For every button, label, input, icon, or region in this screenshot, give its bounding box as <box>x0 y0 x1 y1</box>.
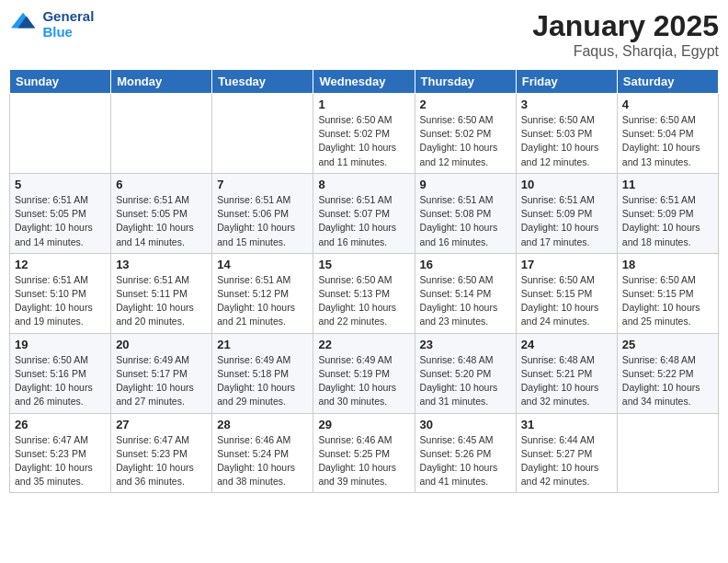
day-number: 27 <box>116 418 207 431</box>
col-friday: Friday <box>516 70 617 94</box>
day-number: 29 <box>318 418 409 431</box>
calendar-cell: 1Sunrise: 6:50 AMSunset: 5:02 PMDaylight… <box>313 94 415 174</box>
day-number: 17 <box>521 258 612 271</box>
day-number: 4 <box>622 98 713 111</box>
calendar-cell <box>10 94 111 174</box>
day-info: Sunrise: 6:49 AMSunset: 5:18 PMDaylight:… <box>217 353 308 409</box>
day-info: Sunrise: 6:45 AMSunset: 5:26 PMDaylight:… <box>420 433 511 489</box>
day-info: Sunrise: 6:46 AMSunset: 5:25 PMDaylight:… <box>318 433 409 489</box>
day-number: 13 <box>116 258 207 271</box>
calendar-cell: 27Sunrise: 6:47 AMSunset: 5:23 PMDayligh… <box>111 413 212 493</box>
day-info: Sunrise: 6:44 AMSunset: 5:27 PMDaylight:… <box>521 433 612 489</box>
calendar-cell <box>617 413 718 493</box>
day-info: Sunrise: 6:50 AMSunset: 5:02 PMDaylight:… <box>420 113 511 169</box>
calendar-cell: 4Sunrise: 6:50 AMSunset: 5:04 PMDaylight… <box>617 94 718 174</box>
day-number: 31 <box>521 418 612 431</box>
week-row-2: 5Sunrise: 6:51 AMSunset: 5:05 PMDaylight… <box>10 173 719 253</box>
calendar-cell: 20Sunrise: 6:49 AMSunset: 5:17 PMDayligh… <box>111 333 212 413</box>
calendar-cell: 23Sunrise: 6:48 AMSunset: 5:20 PMDayligh… <box>415 333 516 413</box>
day-number: 3 <box>521 98 612 111</box>
day-number: 18 <box>622 258 713 271</box>
day-info: Sunrise: 6:47 AMSunset: 5:23 PMDaylight:… <box>116 433 207 489</box>
col-sunday: Sunday <box>10 70 111 94</box>
day-info: Sunrise: 6:51 AMSunset: 5:09 PMDaylight:… <box>622 193 713 249</box>
day-info: Sunrise: 6:50 AMSunset: 5:16 PMDaylight:… <box>15 353 106 409</box>
calendar-cell: 30Sunrise: 6:45 AMSunset: 5:26 PMDayligh… <box>415 413 516 493</box>
day-info: Sunrise: 6:51 AMSunset: 5:11 PMDaylight:… <box>116 273 207 329</box>
calendar-cell: 18Sunrise: 6:50 AMSunset: 5:15 PMDayligh… <box>617 253 718 333</box>
week-row-3: 12Sunrise: 6:51 AMSunset: 5:10 PMDayligh… <box>10 253 719 333</box>
day-number: 30 <box>420 418 511 431</box>
day-number: 28 <box>217 418 308 431</box>
calendar-body: 1Sunrise: 6:50 AMSunset: 5:02 PMDaylight… <box>10 94 719 493</box>
page: General Blue January 2025 Faqus, Sharqia… <box>0 0 728 563</box>
col-thursday: Thursday <box>415 70 516 94</box>
day-number: 8 <box>318 178 409 191</box>
calendar-cell <box>212 94 313 174</box>
calendar-table: Sunday Monday Tuesday Wednesday Thursday… <box>9 69 719 493</box>
calendar-cell: 25Sunrise: 6:48 AMSunset: 5:22 PMDayligh… <box>617 333 718 413</box>
day-info: Sunrise: 6:48 AMSunset: 5:20 PMDaylight:… <box>420 353 511 409</box>
calendar-subtitle: Faqus, Sharqia, Egypt <box>532 43 719 60</box>
calendar-cell: 11Sunrise: 6:51 AMSunset: 5:09 PMDayligh… <box>617 173 718 253</box>
day-number: 1 <box>318 98 409 111</box>
calendar-cell: 10Sunrise: 6:51 AMSunset: 5:09 PMDayligh… <box>516 173 617 253</box>
day-number: 21 <box>217 338 308 351</box>
calendar-cell: 22Sunrise: 6:49 AMSunset: 5:19 PMDayligh… <box>313 333 415 413</box>
calendar-cell: 2Sunrise: 6:50 AMSunset: 5:02 PMDaylight… <box>415 94 516 174</box>
col-wednesday: Wednesday <box>313 70 415 94</box>
day-info: Sunrise: 6:46 AMSunset: 5:24 PMDaylight:… <box>217 433 308 489</box>
day-info: Sunrise: 6:49 AMSunset: 5:19 PMDaylight:… <box>318 353 409 409</box>
day-number: 5 <box>15 178 106 191</box>
day-number: 6 <box>116 178 207 191</box>
header-row: Sunday Monday Tuesday Wednesday Thursday… <box>10 70 719 94</box>
day-number: 10 <box>521 178 612 191</box>
week-row-5: 26Sunrise: 6:47 AMSunset: 5:23 PMDayligh… <box>10 413 719 493</box>
day-number: 20 <box>116 338 207 351</box>
calendar-cell: 8Sunrise: 6:51 AMSunset: 5:07 PMDaylight… <box>313 173 415 253</box>
day-number: 2 <box>420 98 511 111</box>
day-info: Sunrise: 6:51 AMSunset: 5:06 PMDaylight:… <box>217 193 308 249</box>
day-number: 16 <box>420 258 511 271</box>
logo: General Blue <box>9 9 94 40</box>
calendar-cell: 24Sunrise: 6:48 AMSunset: 5:21 PMDayligh… <box>516 333 617 413</box>
calendar-cell: 19Sunrise: 6:50 AMSunset: 5:16 PMDayligh… <box>10 333 111 413</box>
calendar-cell: 31Sunrise: 6:44 AMSunset: 5:27 PMDayligh… <box>516 413 617 493</box>
day-info: Sunrise: 6:51 AMSunset: 5:07 PMDaylight:… <box>318 193 409 249</box>
day-info: Sunrise: 6:50 AMSunset: 5:15 PMDaylight:… <box>622 273 713 329</box>
day-info: Sunrise: 6:50 AMSunset: 5:03 PMDaylight:… <box>521 113 612 169</box>
calendar-cell: 28Sunrise: 6:46 AMSunset: 5:24 PMDayligh… <box>212 413 313 493</box>
calendar-cell: 16Sunrise: 6:50 AMSunset: 5:14 PMDayligh… <box>415 253 516 333</box>
calendar-cell: 5Sunrise: 6:51 AMSunset: 5:05 PMDaylight… <box>10 173 111 253</box>
calendar-cell <box>111 94 212 174</box>
logo-blue: Blue <box>42 25 94 40</box>
calendar-cell: 17Sunrise: 6:50 AMSunset: 5:15 PMDayligh… <box>516 253 617 333</box>
calendar-cell: 14Sunrise: 6:51 AMSunset: 5:12 PMDayligh… <box>212 253 313 333</box>
calendar-cell: 6Sunrise: 6:51 AMSunset: 5:05 PMDaylight… <box>111 173 212 253</box>
day-info: Sunrise: 6:48 AMSunset: 5:22 PMDaylight:… <box>622 353 713 409</box>
calendar-title: January 2025 <box>532 9 719 43</box>
calendar-cell: 21Sunrise: 6:49 AMSunset: 5:18 PMDayligh… <box>212 333 313 413</box>
day-info: Sunrise: 6:51 AMSunset: 5:05 PMDaylight:… <box>15 193 106 249</box>
title-block: January 2025 Faqus, Sharqia, Egypt <box>532 9 719 60</box>
calendar-cell: 15Sunrise: 6:50 AMSunset: 5:13 PMDayligh… <box>313 253 415 333</box>
day-number: 19 <box>15 338 106 351</box>
calendar-cell: 7Sunrise: 6:51 AMSunset: 5:06 PMDaylight… <box>212 173 313 253</box>
logo-general: General <box>42 9 94 25</box>
header: General Blue January 2025 Faqus, Sharqia… <box>9 9 719 60</box>
calendar-header: Sunday Monday Tuesday Wednesday Thursday… <box>10 70 719 94</box>
day-info: Sunrise: 6:50 AMSunset: 5:04 PMDaylight:… <box>622 113 713 169</box>
day-info: Sunrise: 6:50 AMSunset: 5:13 PMDaylight:… <box>318 273 409 329</box>
calendar-cell: 9Sunrise: 6:51 AMSunset: 5:08 PMDaylight… <box>415 173 516 253</box>
day-info: Sunrise: 6:51 AMSunset: 5:09 PMDaylight:… <box>521 193 612 249</box>
day-number: 23 <box>420 338 511 351</box>
col-tuesday: Tuesday <box>212 70 313 94</box>
day-info: Sunrise: 6:51 AMSunset: 5:05 PMDaylight:… <box>116 193 207 249</box>
week-row-1: 1Sunrise: 6:50 AMSunset: 5:02 PMDaylight… <box>10 94 719 174</box>
day-number: 12 <box>15 258 106 271</box>
day-number: 25 <box>622 338 713 351</box>
day-info: Sunrise: 6:51 AMSunset: 5:10 PMDaylight:… <box>15 273 106 329</box>
logo-icon <box>11 12 37 30</box>
calendar-cell: 13Sunrise: 6:51 AMSunset: 5:11 PMDayligh… <box>111 253 212 333</box>
day-info: Sunrise: 6:47 AMSunset: 5:23 PMDaylight:… <box>15 433 106 489</box>
